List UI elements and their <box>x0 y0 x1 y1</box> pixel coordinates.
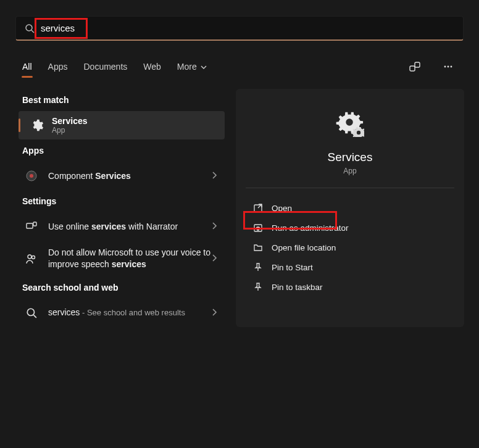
services-large-gear-icon <box>336 109 364 139</box>
action-pin-to-taskbar[interactable]: Pin to taskbar <box>247 277 453 297</box>
component-services-icon <box>23 168 40 184</box>
search-icon <box>23 305 40 321</box>
tab-web[interactable]: Web <box>143 62 161 72</box>
open-icon <box>253 203 263 213</box>
action-run-admin-label: Run as administrator <box>272 223 349 233</box>
settings-item-narrator-label: Use online services with Narrator <box>48 221 211 233</box>
preview-hero: Services App <box>246 104 454 188</box>
action-run-as-administrator[interactable]: Run as administrator <box>247 218 453 238</box>
section-apps: Apps <box>14 139 230 162</box>
speech-setting-icon <box>23 251 40 267</box>
chevron-right-icon <box>211 254 217 263</box>
svg-rect-9 <box>27 223 33 228</box>
tabs-row: All Apps Documents Web More <box>0 58 479 75</box>
settings-item-narrator[interactable]: Use online services with Narrator <box>14 212 230 241</box>
action-open[interactable]: Open <box>247 198 453 218</box>
svg-point-5 <box>448 66 449 68</box>
search-icon <box>25 23 35 33</box>
svg-point-6 <box>451 66 452 68</box>
svg-point-13 <box>27 309 34 315</box>
svg-rect-3 <box>415 62 420 67</box>
svg-line-14 <box>33 315 36 318</box>
section-best-match: Best match <box>14 89 230 111</box>
web-item-label: services - See school and web results <box>48 307 211 318</box>
svg-point-11 <box>28 255 31 259</box>
svg-rect-10 <box>33 222 36 226</box>
settings-item-speech-label: Do not allow Microsoft to use your voice… <box>48 247 211 270</box>
settings-item-speech[interactable]: Do not allow Microsoft to use your voice… <box>14 241 230 276</box>
svg-rect-2 <box>410 66 415 71</box>
folder-icon <box>253 243 263 252</box>
svg-point-8 <box>30 174 33 178</box>
svg-point-0 <box>26 25 32 31</box>
svg-point-15 <box>346 118 353 126</box>
services-gear-icon <box>28 117 46 134</box>
pin-icon <box>253 262 263 272</box>
chevron-right-icon <box>211 222 217 231</box>
preview-panel: Services App Open Run as administrator O… <box>236 89 464 327</box>
svg-point-16 <box>357 131 360 135</box>
action-open-label: Open <box>272 204 292 213</box>
search-input[interactable] <box>41 23 454 33</box>
connect-icon[interactable] <box>406 58 423 75</box>
tab-more-label: More <box>177 62 197 72</box>
section-settings: Settings <box>14 190 230 212</box>
tab-documents[interactable]: Documents <box>83 62 127 72</box>
more-options-icon[interactable] <box>439 58 457 75</box>
tab-more[interactable]: More <box>177 62 207 72</box>
chevron-right-icon <box>211 308 217 318</box>
action-pin-start-label: Pin to Start <box>272 263 313 272</box>
action-pin-taskbar-label: Pin to taskbar <box>272 283 323 292</box>
preview-title: Services <box>328 151 373 164</box>
admin-shield-icon <box>253 223 263 233</box>
results-column: Best match Services App Apps Component S… <box>7 89 230 327</box>
selection-accent <box>19 118 20 132</box>
web-item-services[interactable]: services - See school and web results <box>14 299 230 327</box>
tab-apps[interactable]: Apps <box>48 62 68 72</box>
section-school-web: Search school and web <box>14 276 230 299</box>
svg-line-1 <box>31 30 34 33</box>
action-open-file-location[interactable]: Open file location <box>247 238 453 257</box>
best-match-subtitle: App <box>52 126 88 135</box>
tab-all[interactable]: All <box>22 62 32 72</box>
preview-actions: Open Run as administrator Open file loca… <box>246 198 454 297</box>
chevron-right-icon <box>211 171 217 181</box>
best-match-item[interactable]: Services App <box>19 111 225 139</box>
preview-subtitle: App <box>343 167 356 175</box>
best-match-title: Services <box>52 116 88 126</box>
pin-icon <box>253 282 263 292</box>
narrator-setting-icon <box>23 218 40 234</box>
svg-point-4 <box>444 66 446 68</box>
chevron-down-icon <box>201 64 207 70</box>
svg-point-12 <box>32 255 35 259</box>
action-pin-to-start[interactable]: Pin to Start <box>247 257 453 277</box>
apps-list-item-label: Component Services <box>48 170 211 182</box>
action-open-loc-label: Open file location <box>272 243 336 252</box>
search-bar[interactable] <box>15 16 464 41</box>
apps-list-item-component-services[interactable]: Component Services <box>14 162 230 190</box>
